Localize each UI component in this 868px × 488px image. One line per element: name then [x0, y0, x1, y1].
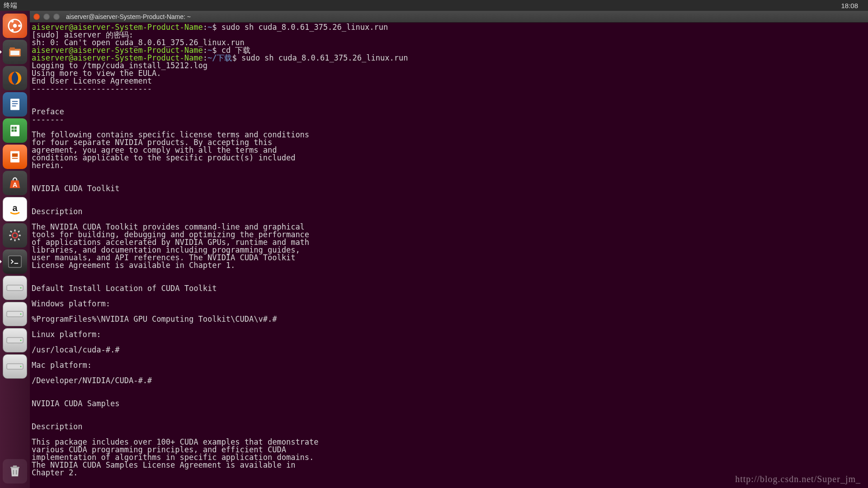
watermark-text: http://blog.csdn.net/Super_jm_: [735, 474, 861, 484]
amazon-icon[interactable]: a: [3, 197, 27, 221]
software-icon[interactable]: A: [3, 171, 27, 195]
drive-icon-1[interactable]: [3, 276, 27, 300]
svg-point-12: [18, 24, 21, 27]
prompt-path: ~/下载: [208, 53, 232, 62]
svg-rect-16: [10, 47, 15, 50]
output-line: Description: [32, 207, 83, 216]
top-panel: 终端 18:08: [0, 0, 868, 11]
svg-rect-17: [10, 51, 19, 55]
svg-rect-24: [12, 127, 14, 129]
output-line: Windows platform:: [32, 299, 110, 308]
output-line: Linux platform:: [32, 330, 101, 339]
output-line: %ProgramFiles%\NVIDIA GPU Computing Tool…: [32, 314, 277, 324]
output-line: NVIDIA CUDA Samples: [32, 399, 119, 408]
calc-icon[interactable]: [3, 118, 27, 143]
svg-point-13: [11, 20, 14, 23]
svg-rect-29: [12, 154, 18, 157]
launcher: A a: [0, 11, 30, 488]
window-maximize-button[interactable]: [53, 14, 60, 20]
output-line: Mac platform:: [32, 361, 92, 370]
svg-point-14: [11, 29, 14, 32]
svg-text:a: a: [12, 203, 18, 213]
svg-point-39: [20, 314, 22, 315]
output-line: /usr/local/cuda-#.#: [32, 345, 119, 354]
window-titlebar[interactable]: aiserver@aiserver-System-Product-Name: ~: [30, 11, 868, 23]
svg-rect-21: [12, 103, 18, 104]
active-app-label: 终端: [4, 1, 17, 10]
output-line: -------: [32, 115, 64, 124]
output-line: Description: [32, 422, 83, 431]
svg-rect-44: [10, 467, 19, 468]
prompt-path: ~: [208, 23, 212, 32]
files-icon[interactable]: [3, 40, 27, 64]
window-minimize-button[interactable]: [43, 14, 50, 20]
svg-rect-26: [12, 130, 14, 132]
svg-rect-30: [12, 158, 18, 159]
output-line: --------------------------: [32, 84, 152, 93]
svg-point-11: [13, 24, 17, 28]
svg-rect-47: [16, 470, 17, 474]
svg-point-43: [20, 366, 22, 367]
output-line: Default Install Location of CUDA Toolkit: [32, 284, 217, 293]
svg-rect-20: [12, 101, 18, 102]
command-text: sudo sh cuda_8.0.61_375.26_linux.run: [241, 53, 408, 62]
writer-icon[interactable]: [3, 92, 27, 117]
clock-label[interactable]: 18:08: [841, 2, 858, 9]
trash-icon[interactable]: [3, 459, 27, 483]
settings-icon[interactable]: [3, 223, 27, 248]
window-close-button[interactable]: [33, 14, 40, 20]
output-line: herein.: [32, 161, 64, 170]
terminal-icon[interactable]: [3, 249, 27, 274]
svg-point-41: [20, 340, 22, 341]
svg-text:A: A: [13, 181, 17, 188]
output-line: Chapter 2.: [32, 468, 78, 477]
impress-icon[interactable]: [3, 145, 27, 169]
output-line: NVIDIA CUDA Toolkit: [32, 184, 119, 193]
svg-rect-45: [13, 465, 17, 467]
svg-point-33: [12, 233, 17, 238]
svg-rect-35: [14, 263, 19, 264]
svg-rect-34: [9, 256, 21, 267]
svg-rect-46: [13, 470, 14, 474]
svg-point-37: [20, 287, 22, 289]
output-line: /Developer/NVIDIA/CUDA-#.#: [32, 376, 152, 385]
terminal-body[interactable]: aiserver@aiserver-System-Product-Name:~$…: [30, 23, 868, 488]
svg-rect-22: [12, 106, 16, 107]
firefox-icon[interactable]: [3, 66, 27, 90]
svg-rect-27: [14, 130, 17, 132]
svg-rect-25: [14, 127, 17, 129]
window-title: aiserver@aiserver-System-Product-Name: ~: [66, 13, 191, 20]
dash-icon[interactable]: [3, 14, 27, 38]
svg-rect-19: [10, 99, 19, 110]
command-text: sudo sh cuda_8.0.61_375.26_linux.run: [222, 23, 388, 32]
drive-icon-3[interactable]: [3, 328, 27, 352]
drive-icon-4[interactable]: [3, 354, 27, 379]
drive-icon-2[interactable]: [3, 302, 27, 326]
terminal-window: aiserver@aiserver-System-Product-Name: ~…: [30, 11, 868, 488]
output-line: License Agreement is available in Chapte…: [32, 261, 235, 270]
output-line: conditions applicable to the specific pr…: [32, 153, 295, 162]
